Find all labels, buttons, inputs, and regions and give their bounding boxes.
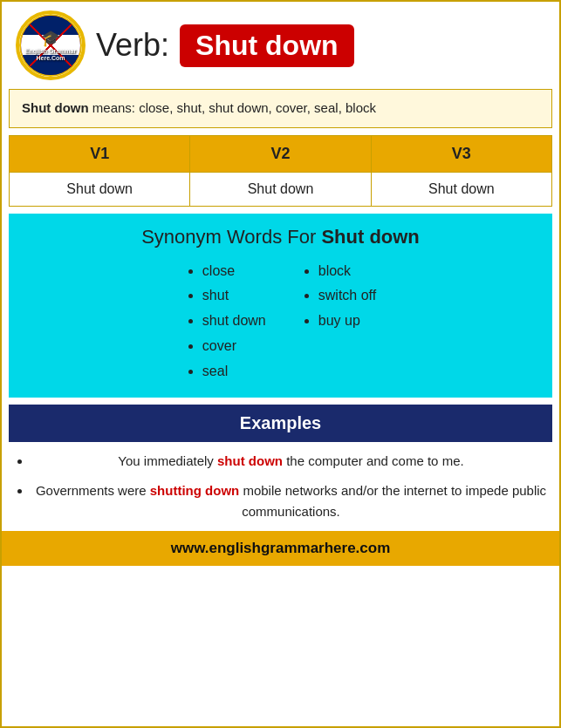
verb-name-box: Shut down <box>180 24 354 67</box>
table-header-v1: V1 <box>10 135 190 172</box>
list-item: switch off <box>318 283 376 309</box>
table-row: Shut down Shut down Shut down <box>10 172 552 206</box>
example-1-after: the computer and come to me. <box>283 453 464 468</box>
list-item: seal <box>202 359 266 384</box>
header: 🎓 English Grammar Here.Com Verb: Shut do… <box>2 2 559 89</box>
example-2-after: mobile networks and/or the internet to i… <box>239 483 546 519</box>
list-item: cover <box>202 334 266 359</box>
list-item: shut <box>202 283 266 309</box>
example-2-highlight: shutting down <box>150 483 239 498</box>
means-bold: Shut down <box>22 100 89 115</box>
means-rest: means: close, shut, shut down, cover, se… <box>89 100 376 115</box>
table-header-row: V1 V2 V3 <box>10 135 552 172</box>
table-header-v2: V2 <box>190 135 371 172</box>
table-cell-v3: Shut down <box>371 172 551 206</box>
list-item: block <box>318 259 376 284</box>
footer: www.englishgrammarhere.com <box>2 531 559 566</box>
verb-title-area: Verb: Shut down <box>96 24 545 67</box>
table-header-v3: V3 <box>371 135 551 172</box>
verb-forms-table: V1 V2 V3 Shut down Shut down Shut down <box>9 135 552 207</box>
synonym-col1: close shut shut down cover seal <box>185 259 266 384</box>
example-1-highlight: shut down <box>217 453 283 468</box>
example-2-before: Governments were <box>36 483 150 498</box>
means-section: Shut down means: close, shut, shut down,… <box>9 89 552 128</box>
list-item: shut down <box>202 309 266 334</box>
synonym-title: Synonym Words For Shut down <box>26 226 535 248</box>
synonym-section: Synonym Words For Shut down close shut s… <box>9 214 552 398</box>
example-1-before: You immediately <box>118 453 217 468</box>
example-item-1: You immediately shut down the computer a… <box>31 451 551 472</box>
table-cell-v2: Shut down <box>190 172 371 206</box>
logo: 🎓 English Grammar Here.Com <box>16 10 86 80</box>
footer-url: www.englishgrammarhere.com <box>171 540 391 556</box>
logo-text: English Grammar Here.Com <box>21 48 80 63</box>
list-item: close <box>202 259 266 284</box>
means-text: Shut down means: close, shut, shut down,… <box>22 99 539 119</box>
examples-header: Examples <box>9 405 552 442</box>
examples-list: You immediately shut down the computer a… <box>10 451 551 522</box>
synonym-title-bold: Shut down <box>321 226 419 248</box>
synonym-col2: block switch off buy up <box>301 259 376 384</box>
verb-label: Verb: <box>96 27 169 64</box>
logo-hat-icon: 🎓 <box>41 29 60 48</box>
list-item: buy up <box>318 309 376 334</box>
table-cell-v1: Shut down <box>10 172 190 206</box>
synonym-columns: close shut shut down cover seal block sw… <box>26 259 535 384</box>
synonym-title-normal: Synonym Words For <box>141 226 321 248</box>
example-item-2: Governments were shutting down mobile ne… <box>31 480 551 522</box>
